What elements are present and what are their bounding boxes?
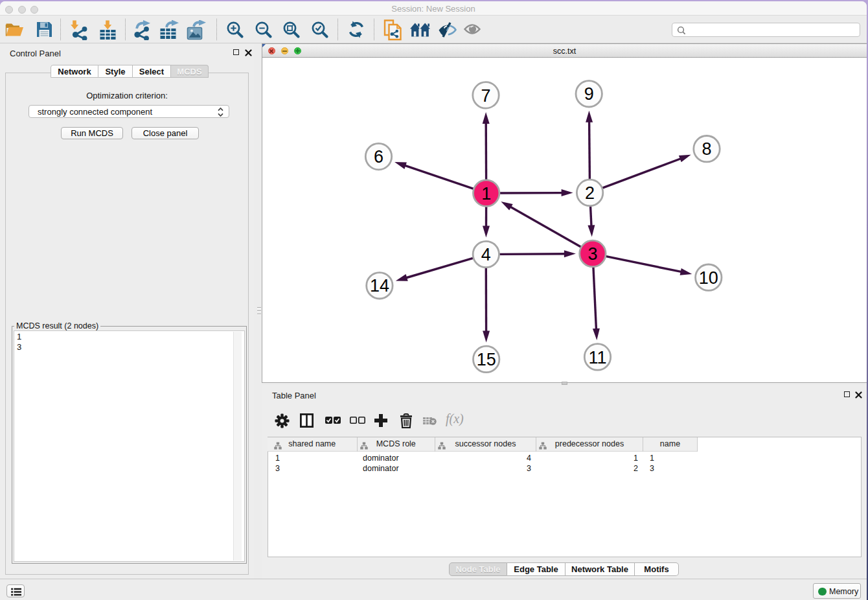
svg-text:3: 3 (588, 244, 597, 264)
svg-text:7: 7 (481, 86, 490, 106)
svg-text:8: 8 (702, 139, 711, 159)
svg-text:6: 6 (374, 147, 383, 167)
svg-text:11: 11 (588, 348, 606, 367)
svg-text:14: 14 (370, 276, 389, 295)
svg-text:9: 9 (584, 84, 594, 104)
svg-text:10: 10 (699, 268, 718, 288)
svg-text:15: 15 (477, 350, 496, 369)
svg-text:2: 2 (585, 183, 595, 203)
svg-text:1: 1 (481, 184, 491, 203)
svg-text:4: 4 (481, 245, 491, 264)
